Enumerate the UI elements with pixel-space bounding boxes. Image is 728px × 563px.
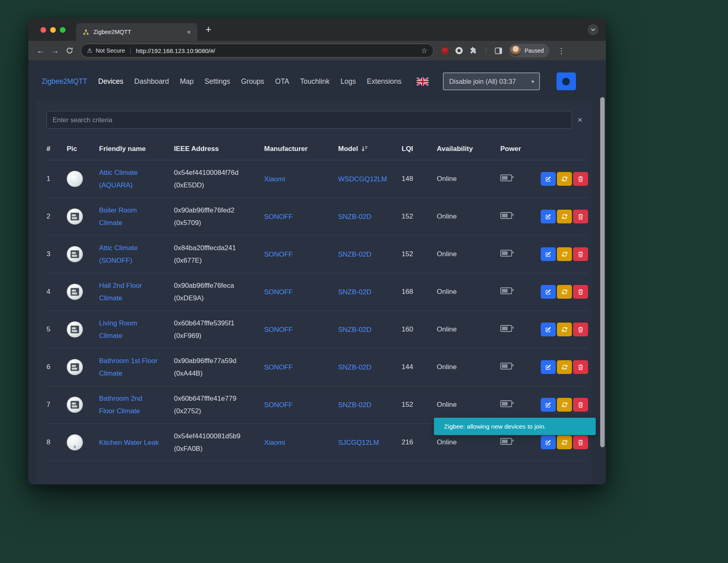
reconfigure-device-button[interactable]: [557, 398, 572, 412]
manufacturer-link[interactable]: SONOFF: [264, 326, 293, 334]
app-brand-link[interactable]: Zigbee2MQTT: [42, 77, 87, 86]
column-header-model[interactable]: Model: [338, 145, 402, 153]
edit-device-button[interactable]: [541, 247, 556, 261]
model-link[interactable]: SNZB-02D: [338, 401, 371, 409]
zoom-window-button[interactable]: [60, 27, 66, 33]
device-lcd-screen: [71, 251, 79, 258]
delete-device-button[interactable]: [573, 436, 588, 449]
nav-item[interactable]: Map: [180, 77, 194, 86]
new-tab-button[interactable]: +: [205, 23, 212, 35]
reconfigure-device-button[interactable]: [557, 323, 572, 336]
table-row: 2 Boiler Room Climate 0x90ab96fffe76fed2…: [47, 198, 588, 236]
tab-search-button[interactable]: [588, 24, 599, 35]
delete-device-button[interactable]: [573, 172, 588, 186]
manufacturer-link[interactable]: SONOFF: [264, 251, 293, 258]
device-name-link[interactable]: Living Room Climate: [99, 319, 138, 340]
minimize-window-button[interactable]: [50, 27, 56, 33]
ieee-address: 0x54ef44100081d5b9 (0xFA0B): [174, 430, 264, 455]
security-label[interactable]: Not Secure: [95, 47, 125, 54]
device-name-link[interactable]: Bathroom 1st Floor Climate: [99, 357, 158, 377]
table-row: 1 Attic Climate (AQUARA) 0x54ef44100084f…: [47, 160, 588, 198]
nav-item[interactable]: Logs: [341, 77, 356, 86]
reconfigure-device-button[interactable]: [557, 247, 572, 261]
delete-device-button[interactable]: [573, 285, 588, 299]
permit-join-select[interactable]: Disable join (All) 03:37 ▾: [443, 72, 540, 90]
model-link[interactable]: SNZB-02D: [338, 326, 371, 334]
manufacturer-link[interactable]: Xiaomi: [264, 439, 285, 446]
edit-device-button[interactable]: [541, 360, 556, 374]
delete-device-button[interactable]: [573, 323, 588, 336]
lqi-value: 148: [402, 175, 437, 183]
column-header-index: #: [47, 145, 67, 153]
delete-device-button[interactable]: [573, 210, 588, 223]
manufacturer-link[interactable]: SONOFF: [264, 213, 293, 221]
side-panel-icon[interactable]: [495, 47, 502, 54]
manufacturer-link[interactable]: SONOFF: [264, 363, 293, 371]
url-text[interactable]: http://192.168.123.10:9080/#/: [136, 47, 215, 54]
circle-extension-icon[interactable]: [455, 47, 463, 54]
clear-search-button[interactable]: ×: [572, 115, 588, 125]
edit-device-button[interactable]: [541, 436, 556, 449]
battery-icon: [500, 325, 512, 332]
address-bar[interactable]: ⚠ Not Secure http://192.168.123.10:9080/…: [81, 44, 434, 57]
network-address-value: (0xA44B): [174, 367, 256, 380]
nav-item[interactable]: Groups: [241, 77, 264, 86]
back-button[interactable]: ←: [34, 44, 47, 57]
model-link[interactable]: SNZB-02D: [338, 251, 371, 258]
bookmark-star-icon[interactable]: ☆: [421, 46, 427, 55]
model-link[interactable]: SNZB-02D: [338, 363, 371, 371]
edit-device-button[interactable]: [541, 210, 556, 223]
device-name-link[interactable]: Attic Climate (SONOFF): [99, 244, 138, 264]
edit-device-button[interactable]: [541, 172, 556, 186]
nav-item[interactable]: Settings: [205, 77, 230, 86]
search-input[interactable]: [47, 111, 572, 129]
manufacturer-link[interactable]: SONOFF: [264, 288, 293, 296]
device-name-link[interactable]: Hall 2nd Floor Climate: [99, 282, 142, 302]
forward-button[interactable]: →: [49, 44, 61, 57]
reconfigure-device-button[interactable]: [557, 172, 572, 186]
permit-join-timer-button[interactable]: [557, 72, 576, 90]
nav-item[interactable]: Extensions: [367, 77, 402, 86]
language-flag-icon[interactable]: [417, 77, 429, 86]
refresh-arrows-icon: [561, 326, 568, 333]
nav-item[interactable]: Dashboard: [134, 77, 169, 86]
reconfigure-device-button[interactable]: [557, 360, 572, 374]
model-link[interactable]: SNZB-02D: [338, 213, 371, 221]
manufacturer-link[interactable]: SONOFF: [264, 401, 293, 409]
reload-button[interactable]: [63, 44, 76, 57]
manufacturer-link[interactable]: Xiaomi: [264, 175, 285, 183]
device-lcd-screen: [71, 288, 79, 296]
device-name-link[interactable]: Bathroom 2nd Floor Climate: [99, 395, 142, 415]
edit-device-button[interactable]: [541, 323, 556, 336]
device-name-link[interactable]: Kitchen Water Leak: [99, 439, 159, 446]
device-name-link[interactable]: Boiler Room Climate: [99, 206, 137, 227]
delete-device-button[interactable]: [573, 247, 588, 261]
model-link[interactable]: SNZB-02D: [338, 288, 371, 296]
device-sensor-dot: [74, 446, 76, 448]
refresh-arrows-icon: [561, 402, 568, 408]
reconfigure-device-button[interactable]: [557, 285, 572, 299]
nav-item[interactable]: Touchlink: [300, 77, 330, 86]
delete-device-button[interactable]: [573, 398, 588, 412]
model-link[interactable]: SJCGQ12LM: [338, 439, 379, 446]
browser-menu-button[interactable]: ⋮: [557, 46, 565, 55]
page-scrollbar-thumb[interactable]: [600, 97, 605, 447]
profile-chip[interactable]: Paused: [509, 44, 549, 57]
availability-status: Online: [437, 363, 500, 371]
model-link[interactable]: WSDCGQ12LM: [338, 175, 387, 183]
network-address-value: (0x5709): [174, 217, 256, 229]
edit-device-button[interactable]: [541, 285, 556, 299]
delete-device-button[interactable]: [573, 360, 588, 374]
device-name-link[interactable]: Attic Climate (AQUARA): [99, 169, 138, 189]
tab-close-icon[interactable]: ×: [187, 29, 191, 36]
edit-device-button[interactable]: [541, 398, 556, 412]
extensions-puzzle-icon[interactable]: [469, 47, 477, 55]
browser-tab[interactable]: Zigbee2MQTT ×: [76, 23, 197, 41]
nav-item[interactable]: Devices: [98, 77, 123, 86]
refresh-arrows-icon: [561, 176, 568, 182]
close-window-button[interactable]: [40, 27, 46, 33]
adblock-shield-icon[interactable]: [441, 47, 449, 55]
reconfigure-device-button[interactable]: [557, 436, 572, 449]
reconfigure-device-button[interactable]: [557, 210, 572, 223]
nav-item[interactable]: OTA: [275, 77, 289, 86]
